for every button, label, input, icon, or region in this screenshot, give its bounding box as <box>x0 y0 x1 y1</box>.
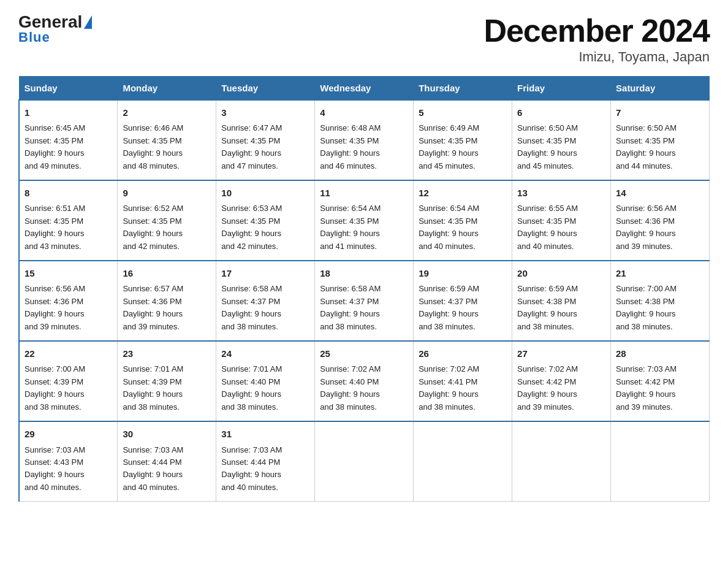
daylight-info: Daylight: 9 hours <box>221 148 281 158</box>
week-row-3: 15Sunrise: 6:56 AMSunset: 4:36 PMDayligh… <box>19 261 710 341</box>
sunset-info: Sunset: 4:35 PM <box>616 136 675 145</box>
day-number: 11 <box>320 186 408 200</box>
day-number: 2 <box>123 105 211 120</box>
sunset-info: Sunset: 4:42 PM <box>517 377 576 386</box>
day-number: 1 <box>25 105 112 120</box>
day-number: 18 <box>320 266 408 280</box>
sunset-info: Sunset: 4:35 PM <box>123 136 181 145</box>
day-cell-16: 16Sunrise: 6:57 AMSunset: 4:36 PMDayligh… <box>118 261 216 341</box>
sunset-info: Sunset: 4:35 PM <box>123 216 181 226</box>
daylight-info: Daylight: 9 hours <box>616 309 676 318</box>
day-cell-25: 25Sunrise: 7:02 AMSunset: 4:40 PMDayligh… <box>315 341 414 421</box>
sunrise-info: Sunrise: 6:55 AM <box>517 204 578 213</box>
daylight-minutes: and 38 minutes. <box>320 322 377 331</box>
sunset-info: Sunset: 4:40 PM <box>320 377 379 386</box>
day-number: 3 <box>221 105 309 120</box>
sunset-info: Sunset: 4:40 PM <box>221 377 280 386</box>
daylight-info: Daylight: 9 hours <box>123 389 183 399</box>
sunrise-info: Sunrise: 6:57 AM <box>123 284 183 293</box>
daylight-minutes: and 41 minutes. <box>320 242 377 251</box>
sunrise-info: Sunrise: 6:50 AM <box>517 123 578 132</box>
sunset-info: Sunset: 4:35 PM <box>25 216 83 226</box>
daylight-info: Daylight: 9 hours <box>123 470 183 479</box>
daylight-minutes: and 43 minutes. <box>25 242 82 251</box>
sunset-info: Sunset: 4:35 PM <box>419 136 477 145</box>
sunset-info: Sunset: 4:36 PM <box>616 216 675 226</box>
sunset-info: Sunset: 4:41 PM <box>419 377 477 386</box>
logo: General Blue <box>18 12 92 45</box>
day-number: 10 <box>221 186 309 200</box>
day-cell-9: 9Sunrise: 6:52 AMSunset: 4:35 PMDaylight… <box>118 180 216 261</box>
sunrise-info: Sunrise: 6:56 AM <box>25 284 85 293</box>
day-number: 13 <box>517 186 605 200</box>
daylight-info: Daylight: 9 hours <box>25 229 85 238</box>
sunrise-info: Sunrise: 6:59 AM <box>517 284 578 293</box>
week-row-1: 1Sunrise: 6:45 AMSunset: 4:35 PMDaylight… <box>19 100 710 180</box>
day-number: 12 <box>419 186 507 200</box>
daylight-info: Daylight: 9 hours <box>221 309 281 318</box>
col-header-friday: Friday <box>512 77 611 101</box>
sunset-info: Sunset: 4:35 PM <box>517 136 576 145</box>
sunrise-info: Sunrise: 7:03 AM <box>123 445 183 454</box>
day-cell-12: 12Sunrise: 6:54 AMSunset: 4:35 PMDayligh… <box>414 180 512 261</box>
daylight-minutes: and 38 minutes. <box>221 322 278 331</box>
day-cell-11: 11Sunrise: 6:54 AMSunset: 4:35 PMDayligh… <box>315 180 414 261</box>
day-number: 17 <box>221 266 309 280</box>
day-cell-22: 22Sunrise: 7:00 AMSunset: 4:39 PMDayligh… <box>19 341 118 421</box>
sunrise-info: Sunrise: 7:02 AM <box>320 364 381 373</box>
daylight-info: Daylight: 9 hours <box>123 229 183 238</box>
sunset-info: Sunset: 4:43 PM <box>25 458 83 467</box>
sunrise-info: Sunrise: 6:47 AM <box>221 123 282 132</box>
sunset-info: Sunset: 4:35 PM <box>221 136 280 145</box>
daylight-info: Daylight: 9 hours <box>616 389 676 399</box>
daylight-minutes: and 38 minutes. <box>517 322 574 331</box>
sunset-info: Sunset: 4:38 PM <box>616 297 675 306</box>
daylight-info: Daylight: 9 hours <box>25 309 85 318</box>
daylight-info: Daylight: 9 hours <box>25 148 85 158</box>
daylight-info: Daylight: 9 hours <box>517 309 577 318</box>
empty-cell <box>414 421 512 502</box>
day-number: 7 <box>616 105 704 120</box>
week-row-5: 29Sunrise: 7:03 AMSunset: 4:43 PMDayligh… <box>19 421 710 502</box>
calendar-table: SundayMondayTuesdayWednesdayThursdayFrid… <box>18 76 710 502</box>
daylight-minutes: and 40 minutes. <box>221 483 278 492</box>
sunset-info: Sunset: 4:39 PM <box>25 377 83 386</box>
day-number: 4 <box>320 105 408 120</box>
daylight-info: Daylight: 9 hours <box>25 389 85 399</box>
day-cell-4: 4Sunrise: 6:48 AMSunset: 4:35 PMDaylight… <box>315 100 414 180</box>
logo-triangle-icon <box>84 15 92 29</box>
sunrise-info: Sunrise: 6:59 AM <box>419 284 479 293</box>
sunrise-info: Sunrise: 6:46 AM <box>123 123 183 132</box>
daylight-info: Daylight: 9 hours <box>123 309 183 318</box>
day-number: 6 <box>517 105 605 120</box>
day-number: 15 <box>25 266 112 280</box>
week-row-2: 8Sunrise: 6:51 AMSunset: 4:35 PMDaylight… <box>19 180 710 261</box>
daylight-minutes: and 38 minutes. <box>25 402 82 412</box>
daylight-minutes: and 38 minutes. <box>419 402 476 412</box>
daylight-minutes: and 39 minutes. <box>25 322 82 331</box>
sunrise-info: Sunrise: 6:48 AM <box>320 123 381 132</box>
logo-blue-text: Blue <box>18 29 50 45</box>
day-number: 22 <box>25 347 112 361</box>
day-cell-24: 24Sunrise: 7:01 AMSunset: 4:40 PMDayligh… <box>216 341 315 421</box>
sunset-info: Sunset: 4:42 PM <box>616 377 675 386</box>
sunrise-info: Sunrise: 6:58 AM <box>320 284 381 293</box>
daylight-info: Daylight: 9 hours <box>123 148 183 158</box>
daylight-minutes: and 45 minutes. <box>517 161 574 170</box>
day-cell-29: 29Sunrise: 7:03 AMSunset: 4:43 PMDayligh… <box>19 421 118 502</box>
daylight-minutes: and 39 minutes. <box>123 322 180 331</box>
day-cell-31: 31Sunrise: 7:03 AMSunset: 4:44 PMDayligh… <box>216 421 315 502</box>
sunrise-info: Sunrise: 7:00 AM <box>25 364 85 373</box>
daylight-info: Daylight: 9 hours <box>320 389 380 399</box>
sunrise-info: Sunrise: 7:02 AM <box>419 364 479 373</box>
daylight-info: Daylight: 9 hours <box>517 229 577 238</box>
day-number: 29 <box>25 427 112 441</box>
sunrise-info: Sunrise: 6:54 AM <box>419 204 479 213</box>
day-cell-13: 13Sunrise: 6:55 AMSunset: 4:35 PMDayligh… <box>512 180 611 261</box>
day-cell-27: 27Sunrise: 7:02 AMSunset: 4:42 PMDayligh… <box>512 341 611 421</box>
sunset-info: Sunset: 4:35 PM <box>25 136 83 145</box>
sunrise-info: Sunrise: 7:00 AM <box>616 284 677 293</box>
day-cell-28: 28Sunrise: 7:03 AMSunset: 4:42 PMDayligh… <box>611 341 710 421</box>
day-number: 5 <box>419 105 507 120</box>
day-number: 30 <box>123 427 211 441</box>
